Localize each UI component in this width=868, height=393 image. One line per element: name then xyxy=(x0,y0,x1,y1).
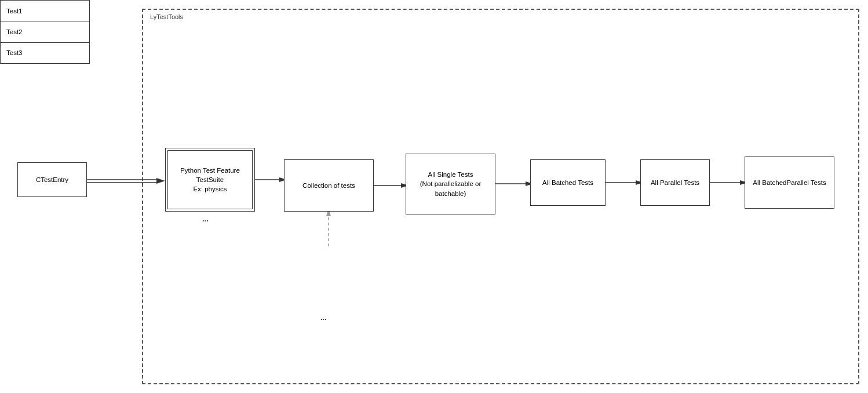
testlist-ellipsis: ... xyxy=(320,313,327,322)
python-suite-label: Python Test Feature TestSuite Ex: physic… xyxy=(180,166,240,194)
parallel-tests-label: All Parallel Tests xyxy=(651,178,699,187)
python-suite-ellipsis: ... xyxy=(202,214,209,223)
single-tests-label: All Single Tests (Not parallelizable or … xyxy=(410,170,491,198)
batched-parallel-box: All BatchedParallel Tests xyxy=(745,157,834,209)
ctest-entry-label: CTestEntry xyxy=(36,175,68,184)
collection-box: Collection of tests xyxy=(284,159,374,212)
batched-tests-label: All Batched Tests xyxy=(542,178,593,187)
container-label: LyTestTools xyxy=(149,13,184,20)
test-list-item-1: Test1 xyxy=(1,1,89,21)
batched-parallel-label: All BatchedParallel Tests xyxy=(753,178,826,187)
diagram-canvas: LyTestTools CTestEntry P xyxy=(0,0,868,393)
single-tests-box: All Single Tests (Not parallelizable or … xyxy=(406,154,495,214)
ctest-entry-box: CTestEntry xyxy=(17,162,87,197)
test-list-item-2: Test2 xyxy=(1,21,89,42)
python-suite-box: Python Test Feature TestSuite Ex: physic… xyxy=(165,148,255,212)
parallel-tests-box: All Parallel Tests xyxy=(640,159,710,206)
test-list-box: Test1 Test2 Test3 xyxy=(0,0,90,64)
collection-label: Collection of tests xyxy=(302,181,355,190)
batched-tests-box: All Batched Tests xyxy=(530,159,606,206)
test-list-item-3: Test3 xyxy=(1,43,89,63)
